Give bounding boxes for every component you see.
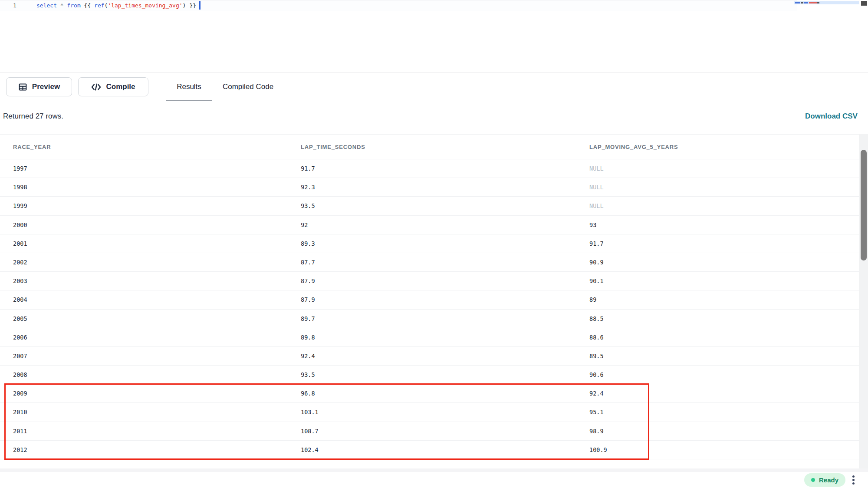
table-scrollbar-track[interactable] — [859, 134, 868, 468]
minimap-mark — [809, 2, 817, 3]
table-cell: 88.5 — [589, 310, 604, 328]
status-bar: Ready — [0, 472, 868, 488]
compile-button-label: Compile — [106, 82, 135, 91]
table-cell: 89.7 — [301, 310, 315, 328]
sql-code: select * from {{ ref('lap_times_moving_a… — [36, 2, 196, 9]
table-cell: 2003 — [13, 272, 27, 290]
status-dot-icon — [811, 478, 815, 482]
table-row: 200589.788.5 — [0, 310, 859, 328]
toolbar-divider — [156, 73, 156, 101]
table-cell: 2006 — [13, 328, 27, 347]
table-cell: 90.1 — [589, 272, 604, 290]
table-cell: 103.1 — [301, 403, 319, 422]
table-body: 199791.7NULL199892.3NULL199993.5NULL2000… — [0, 159, 859, 469]
table-cell: 92.3 — [301, 178, 315, 197]
table-cell: 108.7 — [301, 422, 319, 441]
preview-button-label: Preview — [32, 82, 60, 91]
table-row: 200189.391.7 — [0, 234, 859, 253]
table-cell: 87.7 — [301, 253, 315, 272]
table-row: 200287.790.9 — [0, 253, 859, 272]
table-cell: 89 — [589, 290, 596, 309]
table-cell: 2009 — [13, 384, 27, 403]
table-cell: 100.9 — [589, 441, 607, 459]
code-icon — [91, 82, 101, 92]
table-cell: 96.8 — [301, 384, 315, 403]
kebab-menu-icon[interactable] — [849, 473, 858, 487]
table-cell: 89.5 — [589, 347, 604, 366]
table-cell: 102.4 — [301, 441, 319, 459]
column-header-lap-moving-avg: LAP_MOVING_AVG_5_YEARS — [589, 135, 678, 159]
table-cell: 93.5 — [301, 366, 315, 384]
line-number: 1 — [13, 2, 16, 9]
table-cell: 93.5 — [301, 197, 315, 215]
table-cell: 2008 — [13, 366, 27, 384]
table-cell: 92.4 — [301, 347, 315, 366]
active-tab-underline — [166, 100, 212, 101]
table-row: 200487.989 — [0, 290, 859, 309]
table-cell: 87.9 — [301, 290, 315, 309]
table-cell: NULL — [589, 159, 604, 178]
table-cell: 2005 — [13, 310, 27, 328]
table-cell: 87.9 — [301, 272, 315, 290]
ready-status-badge[interactable]: Ready — [804, 473, 845, 487]
table-cell: NULL — [589, 197, 604, 215]
table-cell: 91.7 — [301, 159, 315, 178]
table-cell: 90.6 — [589, 366, 604, 384]
tab-compiled-code[interactable]: Compiled Code — [219, 73, 277, 101]
table-row: 200387.990.1 — [0, 272, 859, 290]
text-cursor-icon — [199, 1, 201, 10]
table-cell: 2011 — [13, 422, 27, 441]
table-row: 200996.892.4 — [0, 384, 859, 403]
table-cell: 92.4 — [589, 384, 604, 403]
table-scrollbar-thumb[interactable] — [861, 150, 867, 260]
ready-status-label: Ready — [819, 476, 838, 484]
table-cell: 2000 — [13, 216, 27, 234]
minimap-mark — [817, 2, 819, 3]
table-cell: 95.1 — [589, 403, 604, 422]
editor-scrollbar-thumb[interactable] — [861, 1, 867, 6]
download-csv-link[interactable]: Download CSV — [805, 112, 858, 121]
table-grid-icon — [18, 82, 27, 92]
minimap-mark — [801, 2, 803, 3]
table-bottom-edge — [0, 468, 868, 472]
table-row: 200893.590.6 — [0, 366, 859, 384]
table-cell: 89.8 — [301, 328, 315, 347]
minimap-mark — [795, 2, 800, 3]
compile-button[interactable]: Compile — [78, 77, 148, 96]
code-line[interactable]: select * from {{ ref('lap_times_moving_a… — [36, 2, 201, 10]
table-cell: 1999 — [13, 197, 27, 215]
table-cell: 2001 — [13, 234, 27, 253]
table-row: 200689.888.6 — [0, 328, 859, 347]
table-row: 199993.5NULL — [0, 197, 859, 215]
table-cell: 92 — [301, 216, 308, 234]
row-count-text: Returned 27 rows. — [3, 112, 63, 121]
table-cell: NULL — [589, 178, 604, 197]
table-header-row: RACE_YEAR LAP_TIME_SECONDS LAP_MOVING_AV… — [0, 135, 859, 159]
code-editor[interactable]: 1 select * from {{ ref('lap_times_moving… — [0, 0, 868, 72]
table-cell: 2012 — [13, 441, 27, 459]
column-header-race-year: RACE_YEAR — [13, 135, 51, 159]
table-row: 20009293 — [0, 216, 859, 234]
results-toolbar: Preview Compile Results Compiled Code — [0, 72, 868, 101]
editor-minimap[interactable] — [794, 1, 859, 4]
table-row: 199791.7NULL — [0, 159, 859, 178]
results-table: RACE_YEAR LAP_TIME_SECONDS LAP_MOVING_AV… — [0, 134, 868, 468]
table-cell: 2007 — [13, 347, 27, 366]
table-cell: 89.3 — [301, 234, 315, 253]
table-row: 2010103.195.1 — [0, 403, 859, 422]
minimap-mark — [804, 2, 808, 3]
table-cell: 90.9 — [589, 253, 604, 272]
editor-scrollbar-track[interactable] — [860, 0, 868, 72]
preview-button[interactable]: Preview — [6, 77, 72, 96]
table-cell: 93 — [589, 216, 596, 234]
table-cell: 98.9 — [589, 422, 604, 441]
table-cell: 88.6 — [589, 328, 604, 347]
table-row: 2011108.798.9 — [0, 422, 859, 441]
tab-results[interactable]: Results — [166, 73, 212, 101]
results-info-bar: Returned 27 rows. Download CSV — [0, 102, 868, 134]
table-row: 2012102.4100.9 — [0, 441, 859, 459]
table-cell: 2010 — [13, 403, 27, 422]
table-cell: 2004 — [13, 290, 27, 309]
column-header-lap-time-seconds: LAP_TIME_SECONDS — [301, 135, 365, 159]
table-cell: 1998 — [13, 178, 27, 197]
